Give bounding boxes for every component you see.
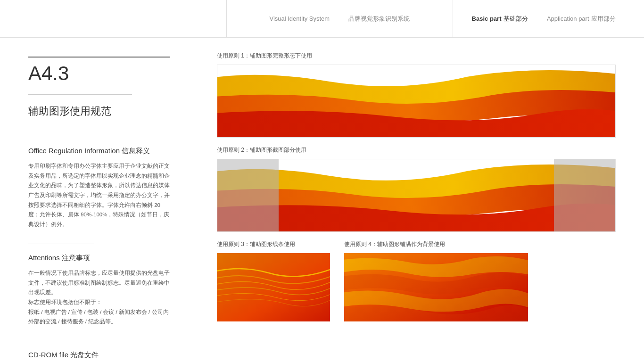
page-title: 辅助图形使用规范: [28, 104, 170, 118]
header-center: Visual Identity System 品牌视觉形象识别系统: [226, 0, 453, 37]
basic-part-label: Basic part 基础部分: [472, 14, 528, 23]
sidebar: A4.3 辅助图形使用规范 Office Regulation Informat…: [0, 38, 198, 362]
rule4-label: 使用原则 4：辅助图形铺满作为背景使用: [344, 240, 528, 248]
rule3-container: [217, 253, 330, 321]
sidebar-divider: [28, 94, 132, 95]
app-part-label: Application part 应用部分: [547, 14, 616, 23]
rule2-container: [217, 159, 616, 232]
rule4-block: 使用原则 4：辅助图形铺满作为背景使用: [344, 240, 528, 321]
header: Visual Identity System 品牌视觉形象识别系统 Basic …: [0, 0, 644, 38]
vi-title: Visual Identity System: [269, 15, 330, 22]
section1-title: Office Regulation Information 信息释义: [28, 147, 170, 156]
svg-rect-0: [217, 253, 330, 321]
section1-divider: [28, 244, 94, 244]
rule2-mask-left: [217, 159, 279, 231]
section2-divider: [28, 341, 94, 341]
header-right: Basic part 基础部分 Application part 应用部分: [453, 14, 616, 23]
rule3-label: 使用原则 3：辅助图形线条使用: [217, 240, 330, 248]
section2-title: Attentions 注意事项: [28, 254, 170, 263]
rule2-mask-right: [554, 159, 615, 231]
section1-body: 专用印刷字体和专用办公字体主要应用于企业文献的正文及实务用品，所选定的字体用以实…: [28, 161, 170, 230]
page-number: A4.3: [28, 57, 170, 85]
rule2-label: 使用原则 2：辅助图形截图部分使用: [217, 146, 616, 154]
rule3-block: 使用原则 3：辅助图形线条使用: [217, 240, 330, 321]
rule1-label: 使用原则 1：辅助图形完整形态下使用: [217, 52, 616, 60]
main-content: 使用原则 1：辅助图形完整形态下使用: [198, 38, 644, 362]
section3-title: CD-ROM file 光盘文件: [28, 351, 170, 360]
brand-title: 品牌视觉形象识别系统: [348, 15, 410, 23]
rule4-container: [344, 253, 528, 321]
rule1-container: [217, 65, 616, 138]
bottom-row: 使用原则 3：辅助图形线条使用: [217, 240, 616, 321]
section2-body: 在一般情况下使用品牌标志，应尽量使用提供的光盘电子文件，不建议使用标准制图绘制标…: [28, 268, 170, 327]
